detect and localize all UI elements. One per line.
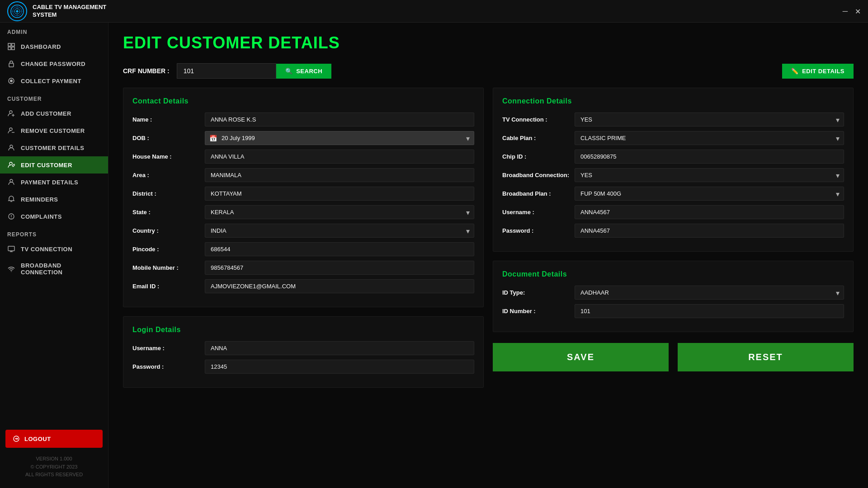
sidebar-item-payment-details[interactable]: PAYMENT DETAILS xyxy=(0,174,108,191)
id-number-input[interactable] xyxy=(575,304,844,318)
login-username-row: Username : xyxy=(132,341,474,355)
id-type-select[interactable]: AADHAAR xyxy=(575,286,844,300)
minimize-button[interactable]: ─ xyxy=(843,7,848,15)
customer-section-label: CUSTOMER xyxy=(0,89,108,105)
sidebar-item-remove-customer[interactable]: REMOVE CUSTOMER xyxy=(0,122,108,139)
sidebar-item-tv-connection[interactable]: TV CONNECTION xyxy=(0,240,108,258)
close-button[interactable]: ✕ xyxy=(855,7,861,15)
login-section-title: Login Details xyxy=(132,326,474,334)
tv-connection-row: TV Connection : YES NO xyxy=(502,113,844,127)
country-select-wrapper: INDIA xyxy=(205,224,474,238)
area-row: Area : xyxy=(132,168,474,182)
sidebar-broadband-connection-label: BROADBAND CONNECTION xyxy=(21,262,101,276)
house-name-input[interactable] xyxy=(205,150,474,164)
contact-section-title: Contact Details xyxy=(132,97,474,105)
login-password-label: Password : xyxy=(132,363,205,370)
name-input[interactable] xyxy=(205,113,474,127)
svg-point-18 xyxy=(10,145,13,148)
edit-details-button[interactable]: ✏️ EDIT DETAILS xyxy=(782,64,854,79)
login-password-input[interactable] xyxy=(205,360,474,374)
conn-password-input[interactable] xyxy=(575,224,844,238)
dob-wrapper: 📅 ▾ xyxy=(205,131,474,145)
svg-point-28 xyxy=(11,271,12,272)
reset-button[interactable]: RESET xyxy=(678,343,854,371)
mobile-input[interactable] xyxy=(205,261,474,275)
dob-input[interactable] xyxy=(205,131,474,145)
mobile-row: Mobile Number : xyxy=(132,261,474,275)
panels-row: Contact Details Name : DOB : 📅 ▾ xyxy=(123,88,854,388)
svg-rect-25 xyxy=(8,246,14,251)
search-icon: 🔍 xyxy=(285,68,293,75)
right-panels: Connection Details TV Connection : YES N… xyxy=(493,88,854,388)
svg-rect-6 xyxy=(8,43,11,46)
sidebar-item-collect-payment[interactable]: COLLECT PAYMENT xyxy=(0,72,108,89)
document-details-card: Document Details ID Type: AADHAAR ID Num… xyxy=(493,261,854,332)
sidebar-item-dashboard[interactable]: DASHBOARD xyxy=(0,38,108,55)
broadband-connection-select[interactable]: YES NO xyxy=(575,168,844,182)
save-button[interactable]: SAVE xyxy=(493,343,669,371)
country-select[interactable]: INDIA xyxy=(205,224,474,238)
tv-connection-select[interactable]: YES NO xyxy=(575,113,844,127)
state-select[interactable]: KERALA xyxy=(205,205,474,219)
sidebar-item-complaints[interactable]: COMPLAINTS xyxy=(0,208,108,225)
logout-button[interactable]: LOGOUT xyxy=(5,430,103,448)
contact-details-card: Contact Details Name : DOB : 📅 ▾ xyxy=(123,88,484,307)
alert-icon xyxy=(7,212,15,221)
pincode-input[interactable] xyxy=(205,242,474,256)
sidebar-item-add-customer[interactable]: ADD CUSTOMER xyxy=(0,105,108,122)
sidebar-collect-payment-label: COLLECT PAYMENT xyxy=(21,78,81,84)
sidebar-item-edit-customer[interactable]: EDIT CUSTOMER xyxy=(0,156,108,174)
broadband-plan-select-wrapper: FUP 50M 400G xyxy=(575,187,844,201)
name-row: Name : xyxy=(132,113,474,127)
cable-plan-select-wrapper: CLASSIC PRIME xyxy=(575,131,844,145)
document-section-title: Document Details xyxy=(502,270,844,278)
lock-icon xyxy=(7,60,15,68)
id-number-row: ID Number : xyxy=(502,304,844,318)
area-input[interactable] xyxy=(205,168,474,182)
cable-plan-label: Cable Plan : xyxy=(502,135,575,141)
broadband-connection-select-wrapper: YES NO xyxy=(575,168,844,182)
sidebar-complaints-label: COMPLAINTS xyxy=(21,213,62,220)
sidebar-change-password-label: CHANGE PASSWORD xyxy=(21,61,85,67)
logout-label: LOGOUT xyxy=(24,436,51,442)
page-title: EDIT CUSTOMER DETAILS xyxy=(123,33,854,52)
conn-username-row: Username : xyxy=(502,205,844,219)
svg-point-24 xyxy=(11,218,12,219)
crf-label: CRF NUMBER : xyxy=(123,67,170,75)
broadband-plan-select[interactable]: FUP 50M 400G xyxy=(575,187,844,201)
tv-connection-label: TV Connection : xyxy=(502,116,575,123)
titlebar: CABLE TV MANAGEMENT SYSTEM ─ ✕ xyxy=(0,0,868,23)
chip-id-input[interactable] xyxy=(575,150,844,164)
search-button[interactable]: 🔍 SEARCH xyxy=(276,64,331,79)
svg-point-12 xyxy=(10,80,13,82)
sidebar-dashboard-label: DASHBOARD xyxy=(21,43,61,50)
country-label: Country : xyxy=(132,227,205,234)
sidebar-item-change-password[interactable]: CHANGE PASSWORD xyxy=(0,55,108,72)
pincode-label: Pincode : xyxy=(132,246,205,253)
svg-point-20 xyxy=(10,179,13,182)
sidebar-item-broadband-connection[interactable]: BROADBAND CONNECTION xyxy=(0,258,108,280)
conn-username-label: Username : xyxy=(502,209,575,216)
district-input[interactable] xyxy=(205,187,474,201)
svg-rect-9 xyxy=(12,47,14,50)
main-content: EDIT CUSTOMER DETAILS CRF NUMBER : 🔍 SEA… xyxy=(108,23,868,488)
cable-plan-select[interactable]: CLASSIC PRIME xyxy=(575,131,844,145)
sidebar-edit-customer-label: EDIT CUSTOMER xyxy=(21,162,72,169)
conn-password-row: Password : xyxy=(502,224,844,238)
sidebar-item-reminders[interactable]: REMINDERS xyxy=(0,191,108,208)
grid-icon xyxy=(7,42,15,51)
email-input[interactable] xyxy=(205,279,474,293)
email-label: Email ID : xyxy=(132,283,205,290)
app-logo xyxy=(7,1,27,21)
svg-rect-10 xyxy=(9,63,14,67)
conn-username-input[interactable] xyxy=(575,205,844,219)
house-name-label: House Name : xyxy=(132,153,205,160)
action-buttons-row: SAVE RESET xyxy=(493,343,854,371)
person-icon xyxy=(7,144,15,152)
sidebar-item-customer-details[interactable]: CUSTOMER DETAILS xyxy=(0,139,108,156)
search-bar: CRF NUMBER : 🔍 SEARCH ✏️ EDIT DETAILS xyxy=(123,63,854,79)
broadband-plan-label: Broadband Plan : xyxy=(502,190,575,197)
login-username-input[interactable] xyxy=(205,341,474,355)
crf-input[interactable] xyxy=(177,63,276,79)
chip-id-row: Chip ID : xyxy=(502,150,844,164)
